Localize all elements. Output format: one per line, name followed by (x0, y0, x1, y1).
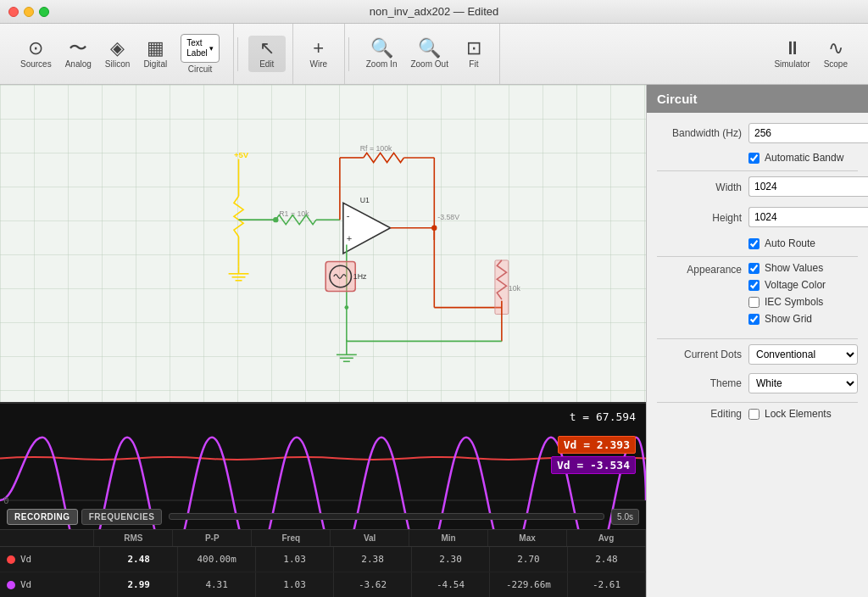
row2-rms: 2.99 (100, 572, 178, 597)
current-dots-row: Current Dots Conventional Electron None (657, 344, 858, 365)
circuit-svg: +5V R1 = 10k Rf = 100k (0, 85, 646, 402)
right-panel: Circuit Bandwidth (Hz) Automatic Bandw W… (646, 85, 868, 597)
editing-label: Editing (657, 408, 742, 420)
text-label-button[interactable]: TextLabel ▾ (181, 34, 219, 63)
editing-row: Editing Lock Elements (657, 408, 858, 420)
row1-rms: 2.48 (100, 547, 178, 572)
zoom-out-icon: 🔍 (418, 39, 441, 58)
cursor-icon: ↖ (259, 39, 275, 58)
simulator-button[interactable]: ⏸ Simulator (767, 36, 816, 72)
row1-freq: 1.03 (256, 547, 334, 572)
theme-label: Theme (657, 377, 742, 389)
row1-avg: 2.48 (568, 547, 646, 572)
scope-table-header: RMS P-P Freq Val Min Max Avg (0, 530, 646, 547)
height-label: Height (657, 212, 742, 224)
simulator-label: Simulator (774, 59, 810, 69)
height-input[interactable] (748, 207, 868, 227)
toolbar-zoom-group: 🔍 Zoom In 🔍 Zoom Out ⊡ Fit (353, 24, 500, 84)
silicon-label: Silicon (105, 59, 130, 69)
analog-button[interactable]: 〜 Analog (58, 36, 98, 72)
wire-button[interactable]: + Wire (300, 36, 337, 72)
scope-button[interactable]: ∿ Scope (817, 36, 854, 72)
fullscreen-button[interactable] (39, 7, 49, 17)
lock-elements-label: Lock Elements (765, 408, 832, 420)
col-freq: Freq (252, 530, 331, 546)
row1-pp: 400.00m (178, 547, 256, 572)
auto-route-row: Auto Route (748, 237, 858, 249)
zoom-in-button[interactable]: 🔍 Zoom In (359, 36, 404, 72)
iec-symbols-checkbox[interactable] (748, 297, 760, 308)
col-max: Max (488, 530, 567, 546)
sources-icon: ⊙ (28, 39, 43, 58)
svg-text:1Hz: 1Hz (353, 272, 367, 281)
scope-icon: ∿ (828, 39, 843, 58)
auto-route-checkbox[interactable] (748, 238, 760, 249)
row2-val: -3.62 (334, 572, 412, 597)
theme-row: Theme White Dark Blueprint (657, 373, 858, 393)
scope-data-table: RMS P-P Freq Val Min Max Avg Vd 2.48 400… (0, 529, 646, 597)
close-button[interactable] (8, 7, 19, 17)
frequencies-button[interactable]: FREQUENCIES (81, 509, 163, 525)
svg-text:Rf = 100k: Rf = 100k (360, 144, 392, 153)
minimize-button[interactable] (24, 7, 34, 17)
silicon-button[interactable]: ◈ Silicon (98, 36, 136, 72)
auto-bandwidth-checkbox[interactable] (748, 153, 760, 164)
bandwidth-input[interactable] (748, 123, 868, 143)
svg-text:10k: 10k (509, 284, 521, 293)
analog-label: Analog (65, 59, 92, 69)
width-input[interactable] (748, 176, 868, 197)
edit-label: Edit (259, 59, 274, 69)
show-values-checkbox[interactable] (748, 263, 760, 274)
scope-area: 0 t = 67.594 Vd = 2.393 Vd = -3.534 RECO… (0, 402, 646, 597)
toolbar-edit-group: ↖ Edit (242, 24, 293, 84)
circuit-button[interactable]: TextLabel ▾ Circuit (174, 31, 225, 77)
show-grid-checkbox[interactable] (748, 314, 760, 325)
width-row: Width ▲ ▼ (657, 176, 858, 198)
current-dots-select[interactable]: Conventional Electron None (748, 344, 858, 365)
traffic-lights (8, 7, 49, 17)
zoom-out-button[interactable]: 🔍 Zoom Out (403, 36, 454, 72)
appearance-row: Appearance Show Values Voltage Color IEC… (657, 262, 858, 330)
toolbar-wire-group: + Wire (293, 24, 345, 84)
edit-button[interactable]: ↖ Edit (248, 36, 286, 72)
sources-label: Sources (20, 59, 52, 69)
col-rms: RMS (94, 530, 173, 546)
row1-name: Vd (0, 547, 100, 572)
zoom-in-label: Zoom In (366, 59, 398, 69)
col-pp: P-P (173, 530, 252, 546)
appearance-checks: Show Values Voltage Color IEC Symbols Sh… (748, 262, 858, 330)
theme-select[interactable]: White Dark Blueprint (748, 373, 858, 393)
scope-vd2-badge: Vd = -3.534 (551, 456, 636, 474)
row2-max: -229.66m (490, 572, 568, 597)
auto-bandwidth-row: Automatic Bandw (748, 152, 858, 164)
fit-button[interactable]: ⊡ Fit (455, 36, 492, 72)
main-area: +5V R1 = 10k Rf = 100k (0, 85, 868, 597)
circuit-canvas[interactable]: +5V R1 = 10k Rf = 100k (0, 85, 646, 402)
row2-freq: 1.03 (256, 572, 334, 597)
scope-duration: 5.0s (611, 509, 639, 525)
titlebar: non_inv_adx202 — Edited (0, 0, 868, 24)
scope-time-label: t = 67.594 (570, 410, 636, 423)
scope-label: Scope (824, 59, 848, 69)
lock-elements-checkbox[interactable] (748, 409, 760, 420)
recording-button[interactable]: RECORDING (7, 509, 78, 525)
row1-max: 2.70 (490, 547, 568, 572)
scope-timeline[interactable] (169, 513, 604, 520)
toolbar: ⊙ Sources 〜 Analog ◈ Silicon ▦ Digital T… (0, 24, 868, 85)
simulator-icon: ⏸ (783, 39, 802, 58)
row1-dot (7, 555, 15, 564)
sources-button[interactable]: ⊙ Sources (14, 36, 58, 72)
height-row: Height ▲ ▼ (657, 207, 858, 229)
voltage-color-checkbox[interactable] (748, 280, 760, 291)
col-name (0, 530, 94, 546)
show-values-label: Show Values (765, 262, 823, 274)
vcc-label: +5V (234, 150, 249, 159)
wire-label: Wire (309, 59, 327, 69)
silicon-icon: ◈ (110, 39, 125, 58)
bandwidth-row: Bandwidth (Hz) (657, 123, 858, 143)
width-label: Width (657, 181, 742, 193)
bandwidth-label: Bandwidth (Hz) (657, 127, 742, 139)
panel-header: Circuit (647, 85, 868, 113)
table-row: Vd 2.99 4.31 1.03 -3.62 -4.54 -229.66m -… (0, 572, 646, 597)
digital-button[interactable]: ▦ Digital (136, 36, 174, 72)
